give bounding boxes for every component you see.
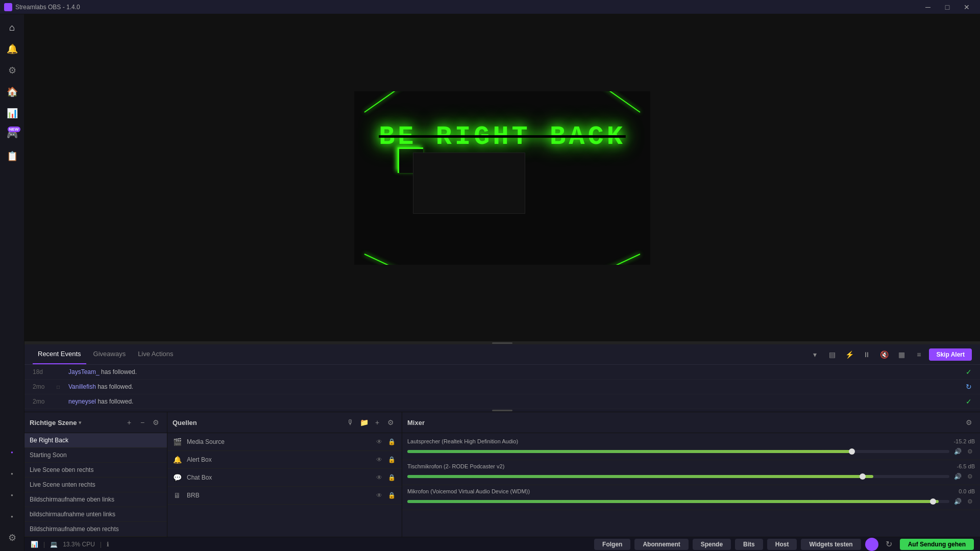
source-visibility-button[interactable]: 👁 (374, 437, 384, 447)
scenes-dropdown-icon[interactable]: ▾ (79, 419, 82, 426)
sidebar-item-dot2[interactable]: ● (3, 464, 21, 483)
source-visibility-button[interactable]: 👁 (374, 455, 384, 465)
scene-item[interactable]: Live Scene oben rechts (24, 463, 167, 478)
sources-list: 🎬 Media Source 👁 🔒 🔔 Alert Box 👁 🔒 (167, 433, 402, 537)
event-refresh-icon[interactable]: ↻ (966, 383, 972, 391)
event-username[interactable]: JaysTeam_ (68, 368, 100, 375)
sidebar-item-dot1[interactable]: ● (3, 443, 21, 461)
mixer-volume-button[interactable]: 🔊 (952, 471, 963, 482)
main-layout: ⌂ 🔔 ⚙ 🏠 📊 🎮 NEW 📋 ● ● ● ● ⚙ BE RIGHT BAC… (0, 14, 980, 551)
sources-mic-button[interactable]: 🎙 (345, 416, 357, 429)
events-filter-button[interactable]: ⚡ (842, 347, 856, 362)
sidebar-item-dot4[interactable]: ● (3, 507, 21, 525)
source-item: 🔔 Alert Box 👁 🔒 (167, 451, 402, 469)
source-lock-button[interactable]: 🔒 (386, 455, 397, 465)
add-scene-button[interactable]: + (123, 416, 135, 429)
source-visibility-button[interactable]: 👁 (374, 472, 384, 483)
event-username[interactable]: Vanillefish (68, 383, 96, 390)
mixer-settings-button[interactable]: ⚙ (965, 496, 975, 507)
sidebar-item-stats[interactable]: 📊 (3, 104, 21, 122)
mixer-volume-button[interactable]: 🔊 (952, 446, 963, 457)
sidebar-item-alerts[interactable]: 🔔 (3, 40, 21, 58)
scene-item[interactable]: Live Scene unten rechts (24, 478, 167, 492)
minimize-button[interactable]: ─ (919, 0, 937, 14)
mixer-device-name: Tischmikrofon (2- RODE Podcaster v2) (407, 463, 504, 469)
sidebar-item-themes[interactable]: 🏠 (3, 83, 21, 101)
tab-giveaways[interactable]: Giveaways (88, 344, 131, 364)
mixer-list: Lautsprecher (Realtek High Definition Au… (402, 433, 980, 537)
scene-item[interactable]: Starting Soon (24, 448, 167, 463)
source-name: Alert Box (187, 456, 369, 463)
scene-item[interactable]: Bildschirmaufnahme oben rechts (24, 522, 167, 537)
tab-live-actions[interactable]: Live Actions (133, 344, 178, 364)
source-item: 💬 Chat Box 👁 🔒 (167, 469, 402, 487)
events-pause-button[interactable]: ⏸ (860, 347, 874, 362)
info-icon[interactable]: ℹ (107, 541, 109, 548)
mixer-settings-button[interactable]: ⚙ (963, 416, 975, 429)
mixer-slider-track[interactable] (407, 500, 949, 503)
sources-folder-button[interactable]: 📁 (358, 416, 370, 429)
event-check-icon[interactable]: ✓ (966, 368, 972, 376)
events-mute-button[interactable]: 🔇 (877, 347, 891, 362)
mixer-slider-thumb[interactable] (849, 448, 855, 455)
event-username[interactable]: neyneysel (68, 398, 96, 405)
statusbar-right: Folgen Abonnement Spende Bits Host Widge… (594, 538, 974, 551)
mixer-settings-button[interactable]: ⚙ (965, 446, 975, 457)
source-visibility-button[interactable]: 👁 (374, 490, 384, 500)
scene-item[interactable]: Bildschirmaufnahme oben links (24, 492, 167, 507)
refresh-button[interactable]: ↻ (883, 538, 896, 551)
mixer-item-header: Tischmikrofon (2- RODE Podcaster v2) -6.… (407, 463, 975, 469)
event-check-icon[interactable]: ✓ (966, 397, 972, 406)
events-dropdown-button[interactable]: ▾ (807, 347, 822, 362)
mixer-settings-button[interactable]: ⚙ (965, 471, 975, 482)
follow-button[interactable]: Folgen (594, 539, 630, 550)
events-list-button[interactable]: ≡ (912, 347, 926, 362)
events-toolbar: ▾ ▤ ⚡ ⏸ 🔇 ▦ ≡ Skip Alert (807, 347, 972, 362)
mixer-slider-track[interactable] (407, 475, 949, 478)
events-tab-list: Recent Events Giveaways Live Actions (33, 344, 179, 364)
sidebar-item-mixer[interactable]: ⚙ (3, 61, 21, 80)
mixer-slider-container: 🔊 ⚙ (407, 471, 975, 482)
neon-decoration-tr (573, 91, 640, 113)
source-icon-chat: 💬 (173, 473, 182, 482)
events-grid-button[interactable]: ▦ (894, 347, 909, 362)
add-source-button[interactable]: + (371, 416, 383, 429)
mixer-volume-button[interactable]: 🔊 (952, 496, 963, 507)
remove-scene-button[interactable]: − (136, 416, 149, 429)
scene-item[interactable]: Be Right Back (24, 433, 167, 448)
sidebar-item-home[interactable]: ⌂ (3, 18, 21, 37)
sidebar-item-settings[interactable]: ⚙ (3, 529, 21, 547)
mixer-slider-thumb[interactable] (860, 473, 866, 480)
event-time: 18d (33, 368, 48, 375)
divider-handle (492, 342, 512, 344)
event-icon (54, 368, 62, 376)
events-layout-button[interactable]: ▤ (825, 347, 839, 362)
source-lock-button[interactable]: 🔒 (386, 437, 397, 447)
source-lock-button[interactable]: 🔒 (386, 472, 397, 483)
mixer-item-header: Lautsprecher (Realtek High Definition Au… (407, 438, 975, 444)
user-avatar[interactable] (865, 538, 878, 551)
mixer-icons: 🔊 ⚙ (952, 471, 975, 482)
host-button[interactable]: Host (767, 539, 797, 550)
mixer-slider-fill (407, 500, 939, 503)
test-widgets-button[interactable]: Widgets testen (801, 539, 861, 550)
sources-settings-button[interactable]: ⚙ (384, 416, 397, 429)
mixer-item: Lautsprecher (Realtek High Definition Au… (402, 435, 980, 460)
sidebar-item-dot3[interactable]: ● (3, 486, 21, 504)
bits-button[interactable]: Bits (735, 539, 763, 550)
mixer-slider-track[interactable] (407, 450, 949, 453)
source-lock-button[interactable]: 🔒 (386, 490, 397, 500)
donate-button[interactable]: Spende (693, 539, 731, 550)
scenes-settings-button[interactable]: ⚙ (150, 416, 162, 429)
tab-recent-events[interactable]: Recent Events (33, 344, 86, 364)
mixer-slider-thumb[interactable] (930, 498, 936, 505)
skip-alert-button[interactable]: Skip Alert (929, 348, 972, 361)
sidebar-item-media[interactable]: 📋 (3, 147, 21, 165)
sidebar-item-badges[interactable]: 🎮 NEW (3, 126, 21, 144)
subscribe-button[interactable]: Abonnement (634, 539, 688, 550)
statusbar-left: 📊 | 💻 13.3% CPU | ℹ (31, 541, 109, 548)
maximize-button[interactable]: □ (938, 0, 957, 14)
close-button[interactable]: ✕ (958, 0, 976, 14)
scene-item[interactable]: bildschirmaufnahme unten links (24, 507, 167, 522)
go-live-button[interactable]: Auf Sendung gehen (900, 539, 974, 550)
